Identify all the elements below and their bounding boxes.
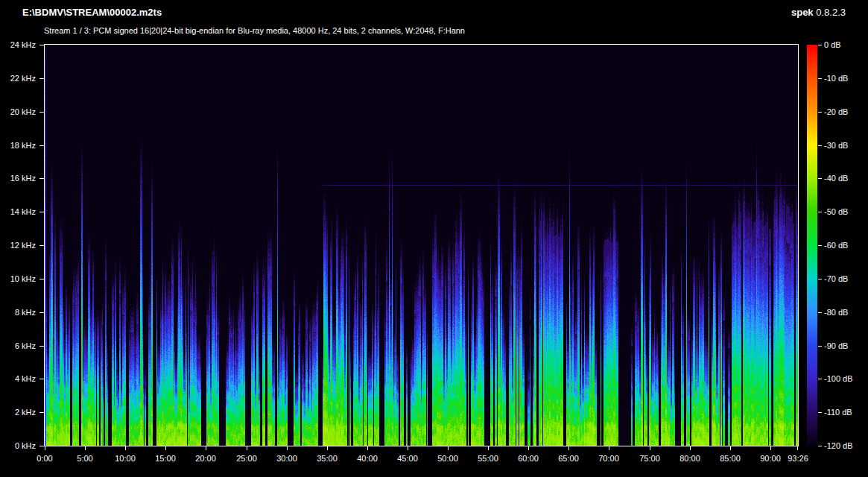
stream-info: Stream 1 / 3: PCM signed 16|20|24-bit bi…: [44, 26, 465, 35]
freq-tick-label: 2 kHz: [0, 408, 36, 417]
time-tick: [247, 446, 247, 450]
freq-tick-label: 4 kHz: [0, 374, 36, 383]
freq-tick: [39, 279, 44, 279]
db-tick: [818, 78, 822, 79]
time-tick-label: 50:00: [431, 454, 464, 463]
spek-window: E:\BDMV\STREAM\00002.m2ts spek 0.8.2.3 S…: [0, 0, 868, 477]
freq-tick-label: 18 kHz: [0, 141, 36, 150]
freq-tick: [39, 178, 44, 179]
db-tick-label: -40 dB: [824, 174, 848, 183]
freq-tick: [39, 112, 44, 113]
freq-tick-label: 8 kHz: [0, 308, 36, 317]
db-tick: [818, 412, 822, 413]
freq-tick: [39, 212, 44, 212]
time-tick-label: 80:00: [674, 454, 706, 463]
time-tick-label: 60:00: [512, 454, 545, 463]
time-tick-label: 40:00: [351, 454, 384, 463]
db-tick-label: -50 dB: [824, 207, 848, 216]
time-tick: [568, 446, 569, 450]
time-tick: [165, 446, 166, 450]
time-tick-label: 5:00: [69, 454, 101, 463]
db-tick: [818, 212, 822, 212]
time-tick-label: 45:00: [391, 454, 424, 463]
db-tick: [818, 178, 822, 179]
freq-tick-label: 6 kHz: [0, 341, 36, 350]
freq-tick: [39, 312, 44, 313]
time-tick-label: 70:00: [592, 454, 625, 463]
time-tick: [327, 446, 328, 450]
time-tick-label: 25:00: [230, 454, 263, 463]
db-tick-label: -70 dB: [824, 274, 848, 283]
app-name: spek: [791, 7, 814, 18]
time-tick-label: 20:00: [189, 454, 222, 463]
file-path-title: E:\BDMV\STREAM\00002.m2ts: [22, 7, 162, 18]
time-tick: [287, 446, 288, 450]
time-tick-label: 85:00: [714, 454, 747, 463]
freq-tick: [39, 78, 44, 79]
db-tick: [818, 279, 822, 279]
db-tick: [818, 45, 822, 45]
freq-tick-label: 20 kHz: [0, 107, 36, 116]
db-tick: [818, 379, 822, 379]
freq-tick-label: 16 kHz: [0, 174, 36, 183]
db-tick: [818, 446, 822, 446]
db-tick: [818, 245, 822, 246]
time-tick: [690, 446, 691, 450]
db-tick-label: -90 dB: [824, 341, 848, 350]
db-colorbar: [807, 45, 817, 446]
time-tick: [367, 446, 368, 450]
app-version: 0.8.2.3: [816, 7, 846, 18]
db-tick-label: -80 dB: [824, 308, 848, 317]
time-tick: [797, 446, 798, 450]
time-tick-label: 55:00: [472, 454, 504, 463]
freq-tick-label: 12 kHz: [0, 241, 36, 250]
db-tick: [818, 112, 822, 113]
freq-tick-label: 24 kHz: [0, 40, 36, 49]
spectrogram-canvas: [45, 45, 798, 446]
time-tick: [488, 446, 489, 450]
db-tick-label: -120 dB: [824, 441, 853, 450]
time-tick-label: 75:00: [633, 454, 666, 463]
freq-tick-label: 14 kHz: [0, 207, 36, 216]
freq-tick: [39, 145, 44, 146]
db-tick-label: -30 dB: [824, 141, 848, 150]
spectrogram-frame: [44, 44, 799, 446]
freq-tick: [39, 446, 44, 446]
time-tick-label: 30:00: [270, 454, 303, 463]
db-tick-label: -60 dB: [824, 241, 848, 250]
time-tick: [770, 446, 771, 450]
time-tick: [45, 446, 45, 450]
time-tick-label: 10:00: [109, 454, 142, 463]
freq-tick-label: 10 kHz: [0, 274, 36, 283]
time-tick: [650, 446, 650, 450]
freq-tick: [39, 245, 44, 246]
db-tick: [818, 346, 822, 347]
freq-tick-label: 0 kHz: [0, 441, 36, 450]
db-tick-label: -10 dB: [824, 74, 848, 83]
time-tick: [85, 446, 86, 450]
freq-tick: [39, 379, 44, 379]
time-tick: [125, 446, 126, 450]
time-tick: [730, 446, 731, 450]
db-tick: [818, 312, 822, 313]
time-tick: [609, 446, 609, 450]
time-tick: [448, 446, 449, 450]
freq-tick: [39, 45, 44, 45]
time-tick-label: 65:00: [552, 454, 585, 463]
db-tick-label: -100 dB: [824, 374, 853, 383]
app-version-label: spek 0.8.2.3: [791, 7, 846, 18]
freq-tick: [39, 346, 44, 347]
time-tick: [206, 446, 206, 450]
time-tick-label: 35:00: [311, 454, 343, 463]
time-tick: [528, 446, 529, 450]
db-tick-label: 0 dB: [824, 40, 841, 49]
time-tick-label: 0:00: [28, 454, 61, 463]
time-tick-label: 93:26: [782, 454, 814, 463]
freq-tick: [39, 412, 44, 413]
time-tick: [408, 446, 408, 450]
db-tick: [818, 145, 822, 146]
time-tick-label: 15:00: [149, 454, 182, 463]
freq-tick-label: 22 kHz: [0, 74, 36, 83]
db-tick-label: -20 dB: [824, 107, 848, 116]
db-tick-label: -110 dB: [824, 408, 852, 417]
